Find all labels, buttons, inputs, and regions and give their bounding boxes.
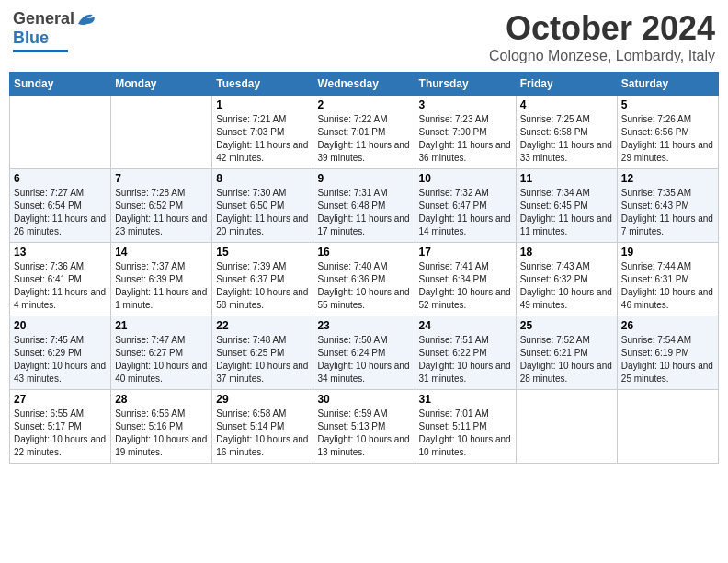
day-info: Sunrise: 7:52 AM Sunset: 6:21 PM Dayligh…	[520, 334, 613, 385]
day-info: Sunrise: 7:25 AM Sunset: 6:58 PM Dayligh…	[520, 113, 613, 165]
table-row: 22Sunrise: 7:48 AM Sunset: 6:25 PM Dayli…	[212, 316, 313, 390]
day-info: Sunrise: 7:32 AM Sunset: 6:47 PM Dayligh…	[419, 187, 512, 238]
logo-blue-text: Blue	[13, 29, 49, 48]
day-info: Sunrise: 6:58 AM Sunset: 5:14 PM Dayligh…	[216, 408, 309, 459]
day-number: 2	[317, 98, 410, 111]
day-info: Sunrise: 7:44 AM Sunset: 6:31 PM Dayligh…	[621, 260, 714, 312]
day-info: Sunrise: 7:43 AM Sunset: 6:32 PM Dayligh…	[520, 260, 613, 312]
table-row	[10, 96, 111, 169]
day-number: 12	[621, 172, 714, 185]
table-row: 28Sunrise: 6:56 AM Sunset: 5:16 PM Dayli…	[111, 390, 212, 464]
table-row: 29Sunrise: 6:58 AM Sunset: 5:14 PM Dayli…	[212, 390, 313, 464]
day-info: Sunrise: 7:27 AM Sunset: 6:54 PM Dayligh…	[14, 187, 107, 238]
table-row: 25Sunrise: 7:52 AM Sunset: 6:21 PM Dayli…	[516, 316, 617, 390]
calendar-week-row: 20Sunrise: 7:45 AM Sunset: 6:29 PM Dayli…	[10, 316, 719, 390]
table-row: 26Sunrise: 7:54 AM Sunset: 6:19 PM Dayli…	[617, 316, 718, 390]
table-row: 27Sunrise: 6:55 AM Sunset: 5:17 PM Dayli…	[10, 390, 111, 464]
table-row: 1Sunrise: 7:21 AM Sunset: 7:03 PM Daylig…	[212, 96, 313, 169]
day-number: 20	[14, 319, 107, 332]
day-info: Sunrise: 7:39 AM Sunset: 6:37 PM Dayligh…	[216, 260, 309, 312]
table-row: 2Sunrise: 7:22 AM Sunset: 7:01 PM Daylig…	[313, 96, 415, 169]
table-row: 17Sunrise: 7:41 AM Sunset: 6:34 PM Dayli…	[415, 243, 516, 316]
day-info: Sunrise: 7:45 AM Sunset: 6:29 PM Dayligh…	[14, 334, 107, 385]
day-info: Sunrise: 7:30 AM Sunset: 6:50 PM Dayligh…	[216, 187, 309, 238]
table-row: 24Sunrise: 7:51 AM Sunset: 6:22 PM Dayli…	[415, 316, 516, 390]
col-thursday: Thursday	[415, 73, 516, 96]
calendar-week-row: 27Sunrise: 6:55 AM Sunset: 5:17 PM Dayli…	[10, 390, 719, 464]
day-number: 25	[520, 319, 613, 332]
table-row: 20Sunrise: 7:45 AM Sunset: 6:29 PM Dayli…	[10, 316, 111, 390]
calendar-header-row: Sunday Monday Tuesday Wednesday Thursday…	[10, 73, 719, 96]
day-number: 27	[14, 393, 107, 406]
day-number: 17	[419, 246, 512, 259]
table-row: 5Sunrise: 7:26 AM Sunset: 6:56 PM Daylig…	[617, 96, 718, 169]
day-number: 14	[115, 246, 208, 259]
page-header: General Blue October 2024 Cologno Monzes…	[9, 9, 719, 64]
day-info: Sunrise: 7:54 AM Sunset: 6:19 PM Dayligh…	[621, 334, 714, 385]
day-info: Sunrise: 7:34 AM Sunset: 6:45 PM Dayligh…	[520, 187, 613, 238]
day-info: Sunrise: 7:01 AM Sunset: 5:11 PM Dayligh…	[419, 408, 512, 459]
table-row: 7Sunrise: 7:28 AM Sunset: 6:52 PM Daylig…	[111, 169, 212, 243]
day-info: Sunrise: 6:59 AM Sunset: 5:13 PM Dayligh…	[317, 408, 410, 459]
day-number: 18	[520, 246, 613, 259]
day-number: 10	[419, 172, 512, 185]
table-row: 13Sunrise: 7:36 AM Sunset: 6:41 PM Dayli…	[10, 243, 111, 316]
day-info: Sunrise: 7:37 AM Sunset: 6:39 PM Dayligh…	[115, 260, 208, 312]
day-number: 29	[216, 393, 309, 406]
day-number: 24	[419, 319, 512, 332]
col-wednesday: Wednesday	[313, 73, 415, 96]
day-info: Sunrise: 7:23 AM Sunset: 7:00 PM Dayligh…	[419, 113, 512, 165]
table-row: 10Sunrise: 7:32 AM Sunset: 6:47 PM Dayli…	[415, 169, 516, 243]
day-number: 8	[216, 172, 309, 185]
day-number: 23	[317, 319, 410, 332]
location-subtitle: Cologno Monzese, Lombardy, Italy	[489, 48, 715, 64]
day-number: 26	[621, 319, 714, 332]
day-number: 5	[621, 98, 714, 111]
col-monday: Monday	[111, 73, 212, 96]
day-info: Sunrise: 7:50 AM Sunset: 6:24 PM Dayligh…	[317, 334, 410, 385]
month-title: October 2024	[489, 9, 715, 48]
day-number: 1	[216, 98, 309, 111]
table-row: 14Sunrise: 7:37 AM Sunset: 6:39 PM Dayli…	[111, 243, 212, 316]
table-row: 31Sunrise: 7:01 AM Sunset: 5:11 PM Dayli…	[415, 390, 516, 464]
table-row: 12Sunrise: 7:35 AM Sunset: 6:43 PM Dayli…	[617, 169, 718, 243]
day-number: 22	[216, 319, 309, 332]
table-row: 16Sunrise: 7:40 AM Sunset: 6:36 PM Dayli…	[313, 243, 415, 316]
day-number: 28	[115, 393, 208, 406]
table-row: 6Sunrise: 7:27 AM Sunset: 6:54 PM Daylig…	[10, 169, 111, 243]
table-row: 11Sunrise: 7:34 AM Sunset: 6:45 PM Dayli…	[516, 169, 617, 243]
col-sunday: Sunday	[10, 73, 111, 96]
day-number: 16	[317, 246, 410, 259]
table-row: 4Sunrise: 7:25 AM Sunset: 6:58 PM Daylig…	[516, 96, 617, 169]
day-number: 21	[115, 319, 208, 332]
table-row	[617, 390, 718, 464]
day-number: 31	[419, 393, 512, 406]
table-row: 18Sunrise: 7:43 AM Sunset: 6:32 PM Dayli…	[516, 243, 617, 316]
day-info: Sunrise: 7:41 AM Sunset: 6:34 PM Dayligh…	[419, 260, 512, 312]
day-number: 19	[621, 246, 714, 259]
calendar-week-row: 6Sunrise: 7:27 AM Sunset: 6:54 PM Daylig…	[10, 169, 719, 243]
day-info: Sunrise: 6:55 AM Sunset: 5:17 PM Dayligh…	[14, 408, 107, 459]
logo-bird-icon	[76, 11, 97, 28]
day-info: Sunrise: 6:56 AM Sunset: 5:16 PM Dayligh…	[115, 408, 208, 459]
table-row: 15Sunrise: 7:39 AM Sunset: 6:37 PM Dayli…	[212, 243, 313, 316]
table-row: 23Sunrise: 7:50 AM Sunset: 6:24 PM Dayli…	[313, 316, 415, 390]
col-saturday: Saturday	[617, 73, 718, 96]
day-number: 4	[520, 98, 613, 111]
day-number: 15	[216, 246, 309, 259]
day-info: Sunrise: 7:47 AM Sunset: 6:27 PM Dayligh…	[115, 334, 208, 385]
calendar-week-row: 1Sunrise: 7:21 AM Sunset: 7:03 PM Daylig…	[10, 96, 719, 169]
col-tuesday: Tuesday	[212, 73, 313, 96]
logo-general-text: General	[13, 9, 74, 29]
day-info: Sunrise: 7:31 AM Sunset: 6:48 PM Dayligh…	[317, 187, 410, 238]
table-row: 19Sunrise: 7:44 AM Sunset: 6:31 PM Dayli…	[617, 243, 718, 316]
calendar-table: Sunday Monday Tuesday Wednesday Thursday…	[9, 72, 719, 464]
day-info: Sunrise: 7:48 AM Sunset: 6:25 PM Dayligh…	[216, 334, 309, 385]
logo-line	[13, 50, 68, 52]
table-row: 9Sunrise: 7:31 AM Sunset: 6:48 PM Daylig…	[313, 169, 415, 243]
day-number: 30	[317, 393, 410, 406]
day-info: Sunrise: 7:28 AM Sunset: 6:52 PM Dayligh…	[115, 187, 208, 238]
day-info: Sunrise: 7:40 AM Sunset: 6:36 PM Dayligh…	[317, 260, 410, 312]
day-info: Sunrise: 7:26 AM Sunset: 6:56 PM Dayligh…	[621, 113, 714, 165]
table-row	[516, 390, 617, 464]
